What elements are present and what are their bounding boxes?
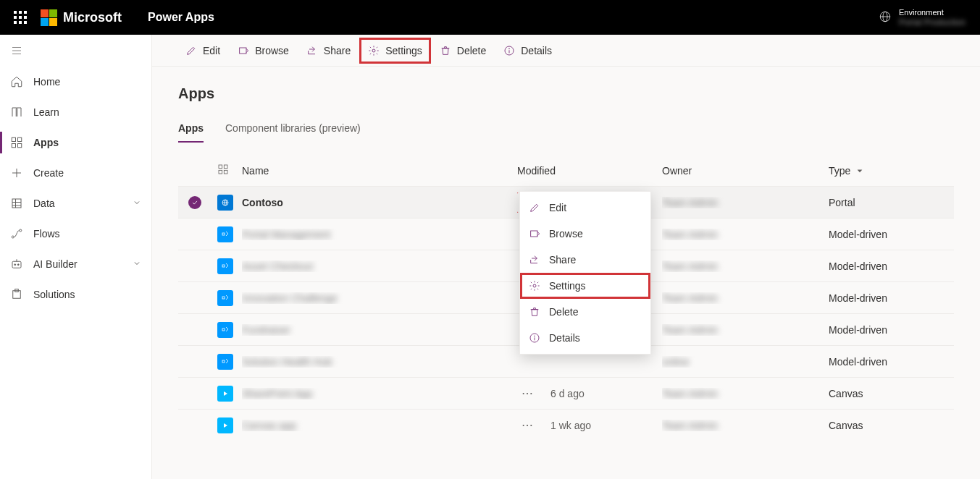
type-text: Model-driven (829, 292, 930, 304)
environment-icon[interactable] (879, 10, 892, 25)
app-name: Contoso (242, 197, 283, 208)
cmd-label: Edit (203, 45, 220, 56)
microsoft-logo[interactable]: Microsoft (41, 9, 122, 26)
tab-component-libraries[interactable]: Component libraries (preview) (225, 122, 361, 143)
type-text: Canvas (829, 420, 930, 431)
app-type-icon (217, 322, 233, 338)
sidebar-item-learn[interactable]: Learn (0, 97, 151, 127)
svg-rect-44 (222, 297, 225, 299)
main-region: Edit Browse Share Settings Delete Detail… (152, 35, 980, 479)
data-icon (10, 197, 23, 210)
svg-marker-47 (224, 391, 227, 396)
chevron-down-icon (133, 198, 141, 209)
sidebar-item-label: AI Builder (33, 258, 78, 270)
svg-point-50 (530, 392, 532, 394)
ctx-delete[interactable]: Delete (520, 299, 650, 325)
ctx-edit[interactable]: Edit (520, 195, 650, 221)
sidebar-item-label: Flows (33, 228, 60, 240)
svg-rect-9 (18, 137, 22, 141)
svg-rect-42 (222, 233, 225, 235)
ctx-label: Delete (549, 306, 578, 318)
column-modified[interactable]: Modified (517, 165, 662, 177)
cmd-edit[interactable]: Edit (178, 39, 227, 62)
cmd-browse[interactable]: Browse (230, 39, 296, 62)
svg-rect-10 (12, 144, 15, 148)
svg-point-48 (523, 392, 524, 394)
delete-icon (440, 45, 451, 56)
owner-text: Team Admin (662, 324, 718, 336)
svg-rect-34 (219, 170, 222, 174)
svg-rect-11 (18, 144, 22, 148)
environment-picker[interactable]: Environment Portal Production (899, 7, 966, 27)
ctx-details[interactable]: Details (520, 325, 650, 351)
app-title[interactable]: Power Apps (148, 11, 214, 24)
share-icon (306, 45, 318, 56)
sidebar-item-flows[interactable]: Flows (0, 219, 151, 249)
cmd-label: Settings (385, 45, 422, 56)
svg-point-57 (533, 284, 536, 287)
tab-apps[interactable]: Apps (178, 122, 204, 143)
sidebar-item-solutions[interactable]: Solutions (0, 279, 151, 310)
sidebar-item-label: Apps (33, 137, 59, 148)
solutions-icon (10, 288, 23, 301)
app-type-icon (217, 290, 233, 306)
svg-rect-8 (12, 137, 15, 141)
cmd-settings[interactable]: Settings (361, 39, 430, 62)
sidebar: Home Learn Apps Create Data Flows AI Bui… (0, 35, 152, 479)
svg-rect-26 (240, 48, 246, 54)
grid-header: Name Modified Owner Type (178, 159, 954, 186)
cmd-delete[interactable]: Delete (432, 39, 493, 62)
svg-rect-33 (224, 165, 227, 169)
owner-text: Team Admin (662, 292, 718, 304)
app-name: Canvas app (242, 420, 296, 431)
global-header: Microsoft Power Apps Environment Portal … (0, 0, 980, 35)
modified-text: 6 d ago (550, 388, 585, 399)
waffle-icon (14, 11, 27, 24)
column-icon[interactable] (217, 164, 242, 177)
table-row[interactable]: SharePoint App6 d agoTeam AdminCanvas (178, 377, 954, 409)
gear-icon (368, 45, 380, 56)
sidebar-item-data[interactable]: Data (0, 188, 151, 219)
column-owner[interactable]: Owner (662, 165, 829, 177)
column-type[interactable]: Type (829, 165, 930, 177)
nav-collapse-button[interactable] (0, 35, 151, 67)
cmd-details[interactable]: Details (496, 39, 559, 62)
sidebar-item-label: Create (33, 167, 64, 179)
app-name: SharePoint App (242, 388, 312, 399)
svg-point-60 (535, 336, 535, 336)
type-text: Portal (829, 197, 930, 208)
table-row[interactable]: Canvas app1 wk agoTeam AdminCanvas (178, 409, 954, 441)
ctx-label: Details (549, 332, 580, 344)
ctx-settings[interactable]: Settings (520, 273, 650, 299)
ctx-label: Browse (549, 228, 583, 240)
svg-point-18 (12, 236, 14, 238)
svg-point-53 (527, 424, 528, 425)
selected-check-icon (188, 196, 201, 209)
sidebar-item-ai-builder[interactable]: AI Builder (0, 249, 151, 279)
sidebar-item-apps[interactable]: Apps (0, 127, 151, 158)
sidebar-item-home[interactable]: Home (0, 67, 151, 97)
app-launcher-button[interactable] (6, 3, 35, 32)
cmd-label: Browse (255, 45, 289, 56)
owner-text: Team Admin (662, 229, 718, 240)
environment-value: Portal Production (899, 17, 966, 27)
sort-down-icon (853, 165, 863, 177)
sidebar-item-create[interactable]: Create (0, 158, 151, 188)
more-actions-button[interactable] (517, 415, 537, 436)
cmd-label: Share (324, 45, 351, 56)
ctx-share[interactable]: Share (520, 247, 650, 273)
sidebar-item-label: Learn (33, 106, 59, 118)
home-icon (10, 75, 23, 88)
app-type-icon (217, 226, 233, 242)
tabs: Apps Component libraries (preview) (178, 122, 954, 143)
type-text: Model-driven (829, 356, 930, 368)
column-name[interactable]: Name (242, 165, 517, 177)
more-actions-button[interactable] (517, 383, 537, 404)
cmd-share[interactable]: Share (299, 39, 358, 62)
environment-label: Environment (899, 7, 966, 17)
app-name: Asset Checkout (242, 260, 313, 272)
type-text: Model-driven (829, 260, 930, 272)
svg-point-22 (17, 264, 19, 266)
ctx-browse[interactable]: Browse (520, 221, 650, 247)
svg-point-54 (530, 424, 532, 425)
